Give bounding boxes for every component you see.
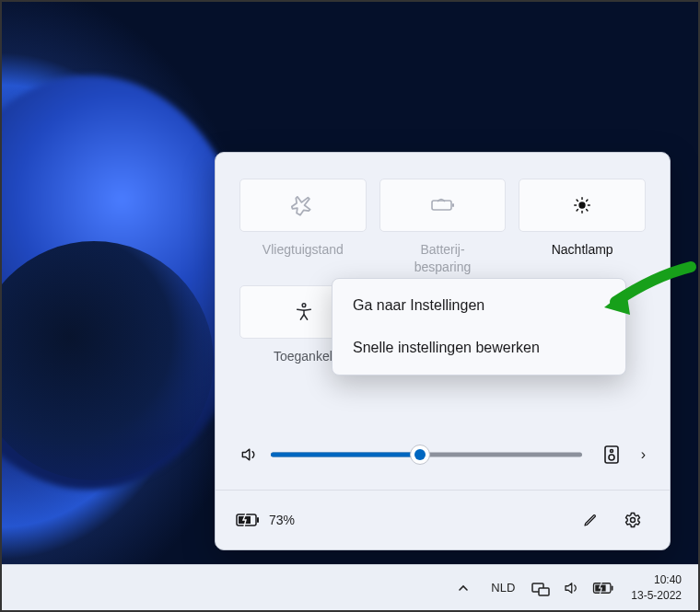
battery-charging-icon: [236, 513, 260, 527]
night-light-label: Nachtlamp: [552, 241, 613, 276]
svg-point-1: [579, 202, 585, 208]
svg-point-14: [609, 455, 614, 460]
night-light-tile[interactable]: [519, 179, 646, 232]
battery-tray-icon[interactable]: [592, 582, 614, 595]
speaker-device-icon: [603, 445, 620, 465]
gear-icon: [624, 511, 642, 529]
airplane-mode-tile[interactable]: [239, 179, 367, 232]
svg-rect-23: [612, 585, 613, 590]
airplane-icon: [291, 193, 315, 217]
accessibility-label: Toegankelij: [270, 348, 338, 383]
svg-point-13: [610, 450, 612, 453]
svg-line-8: [577, 210, 578, 211]
settings-button[interactable]: [616, 503, 649, 537]
svg-marker-21: [566, 583, 572, 593]
menu-go-to-settings[interactable]: Ga naar Instellingen: [332, 284, 625, 327]
tray-overflow-button[interactable]: [452, 579, 474, 597]
airplane-mode-label: Vliegtuigstand: [262, 241, 344, 276]
svg-point-18: [631, 518, 636, 523]
night-light-icon: [572, 195, 592, 215]
audio-expand-chevron[interactable]: ›: [641, 446, 646, 463]
volume-icon[interactable]: [239, 445, 258, 464]
taskbar-clock[interactable]: 10:40 13-5-2022: [631, 572, 682, 602]
svg-rect-20: [539, 588, 549, 595]
context-menu: Ga naar Instellingen Snelle instellingen…: [332, 278, 626, 375]
battery-icon: [592, 582, 614, 595]
svg-marker-11: [242, 449, 250, 460]
battery-saver-label: Batterij- besparing: [414, 241, 472, 276]
chevron-up-icon: [458, 583, 469, 594]
clock-time: 10:40: [654, 572, 682, 587]
accessibility-icon: [294, 302, 314, 322]
speaker-icon: [563, 580, 579, 596]
svg-point-10: [302, 304, 306, 307]
battery-percent-text: 73%: [269, 513, 295, 527]
battery-saver-tile[interactable]: [379, 179, 507, 232]
battery-saver-icon: [430, 196, 456, 214]
taskbar: NLD 10:40 13-5-2022: [2, 564, 698, 610]
network-icon: [531, 580, 550, 596]
volume-tray-icon[interactable]: [563, 580, 579, 596]
edit-quick-settings-button[interactable]: [574, 503, 607, 537]
svg-line-9: [587, 200, 588, 201]
svg-rect-0: [452, 203, 454, 207]
network-tray-icon[interactable]: [531, 580, 550, 596]
svg-line-6: [577, 200, 578, 201]
audio-output-button[interactable]: [595, 438, 628, 471]
svg-rect-16: [257, 517, 259, 523]
volume-slider[interactable]: [271, 444, 582, 466]
svg-line-7: [587, 210, 588, 211]
clock-date: 13-5-2022: [631, 588, 682, 603]
quick-settings-panel: Vliegtuigstand Batterij- besparing Nacht…: [215, 152, 671, 550]
battery-status-icon[interactable]: [236, 513, 260, 527]
menu-edit-quick-settings[interactable]: Snelle instellingen bewerken: [332, 327, 625, 369]
language-indicator[interactable]: NLD: [491, 581, 515, 595]
quick-settings-footer: 73%: [216, 490, 670, 549]
pencil-icon: [582, 512, 599, 528]
